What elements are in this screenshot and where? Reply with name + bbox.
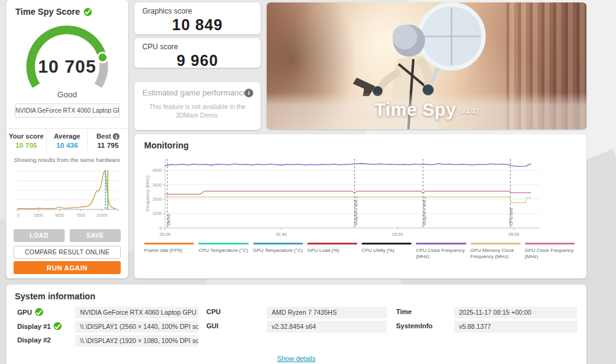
best-info-icon[interactable] — [113, 133, 120, 140]
save-button[interactable]: SAVE — [70, 229, 121, 242]
time-label: Time — [396, 308, 411, 315]
legend-label: CPU Clock Frequency (MHz) — [416, 248, 466, 261]
legend-item: GPU Clock Frequency (MHz) — [525, 243, 575, 261]
run-again-button[interactable]: RUN AGAIN — [14, 261, 121, 274]
cpu-value: AMD Ryzen 7 7435HS — [267, 307, 387, 318]
legend-item: CPU Temperature (°C) — [198, 243, 248, 261]
gpu-name-box: NVIDIA GeForce RTX 4060 Laptop GPU — [15, 103, 120, 118]
time-spy-hero-banner: Time Spy(v1.2) — [267, 2, 586, 129]
your-score-value: 10 705 — [6, 142, 46, 149]
svg-text:2000: 2000 — [152, 197, 162, 201]
gui-row-label: GUI — [206, 322, 219, 330]
svg-text:10000: 10000 — [96, 213, 107, 217]
best-score-label-text: Best — [96, 132, 111, 140]
time-value: 2025-11-17 08:15 +00:00 — [454, 307, 577, 318]
3dmark-result-page: Time Spy Score 10 705 Good NVIDIA GeForc… — [0, 0, 616, 364]
hero-title-text: Time Spy — [375, 100, 456, 119]
cpu-score-value: 9 960 — [134, 52, 261, 70]
monitoring-title: Monitoring — [134, 134, 586, 150]
your-score-label: Your score — [6, 132, 46, 140]
score-rating: Good — [6, 90, 128, 99]
hero-version: (v1.2) — [459, 107, 479, 115]
svg-text:Graphics test 2: Graphics test 2 — [422, 196, 427, 225]
legend-label: CPU Utility (%) — [362, 248, 411, 254]
legend-swatch-gpu-load — [307, 243, 357, 245]
display1-check-icon — [54, 322, 62, 330]
graphics-score-label: Graphics score — [134, 2, 261, 15]
legend-label: CPU Temperature (°C) — [198, 248, 248, 254]
svg-text:0: 0 — [160, 226, 162, 230]
display2-value: \\.\DISPLAY2 (1920 × 1080, 100% DPI scal… — [75, 335, 198, 347]
best-score-label: Best — [88, 132, 128, 140]
average-score-value: 10 436 — [47, 142, 87, 149]
legend-swatch-gpu-temp — [253, 243, 303, 245]
monitoring-legend: Frame rate (FPS) CPU Temperature (°C) GP… — [144, 243, 579, 261]
score-card-title: Time Spy Score — [6, 0, 128, 17]
system-information-panel: System information GPU NVIDIA GeForce RT… — [6, 285, 586, 364]
legend-label: Frame rate (FPS) — [144, 248, 194, 254]
svg-text:4000: 4000 — [152, 168, 162, 172]
legend-label: GPU Temperature (°C) — [253, 248, 303, 254]
display1-row-label: Display #1 — [17, 322, 62, 330]
score-comparison: Your score 10 705 Average 10 436 Best 11… — [6, 128, 128, 153]
estimated-body: This feature is not available in the 3DM… — [134, 102, 261, 119]
legend-item: Frame rate (FPS) — [144, 243, 194, 261]
best-score-col: Best 11 795 — [87, 129, 128, 153]
svg-text:1000: 1000 — [152, 211, 162, 216]
display1-label: Display #1 — [17, 323, 51, 330]
display2-label: Display #2 — [17, 336, 51, 344]
gpu-value: NVIDIA GeForce RTX 4060 Laptop GPU — [75, 307, 198, 318]
svg-text:0: 0 — [17, 213, 20, 217]
svg-text:03:20: 03:20 — [392, 232, 403, 237]
svg-text:Graphics test 1: Graphics test 1 — [354, 196, 359, 225]
load-button[interactable]: LOAD — [14, 229, 65, 242]
load-save-row: LOAD SAVE — [14, 229, 121, 242]
legend-label: GPU Clock Frequency (MHz) — [525, 248, 575, 261]
systeminfo-row-label: SystemInfo — [396, 322, 432, 330]
score-histogram-chart: 025005000750010000 — [14, 165, 121, 220]
legend-item: CPU Clock Frequency (MHz) — [416, 243, 466, 261]
estimated-title: Estimated game performance — [134, 82, 261, 97]
score-gauge: 10 705 — [14, 18, 121, 87]
legend-swatch-cpu-temp — [198, 243, 248, 245]
gpu-label: GPU — [17, 309, 32, 316]
estimated-body-line2: 3DMark Demo. — [134, 111, 261, 119]
score-card-title-text: Time Spy Score — [15, 7, 80, 17]
cpu-score-card: CPU score 9 960 — [134, 38, 261, 68]
legend-item: GPU Memory Clock Frequency (MHz) — [471, 243, 521, 261]
cpu-label: CPU — [206, 308, 221, 315]
legend-swatch-frame-rate — [144, 243, 194, 245]
svg-text:00:00: 00:00 — [160, 232, 171, 237]
svg-text:Demo: Demo — [166, 214, 171, 225]
best-score-value: 11 795 — [88, 142, 128, 149]
histogram-caption: Showing results from the same hardware — [6, 156, 128, 163]
display1-value: \\.\DISPLAY1 (2560 × 1440, 100% DPI scal… — [75, 321, 198, 333]
average-score-label: Average — [47, 132, 87, 140]
overall-score: 10 705 — [14, 57, 121, 77]
gui-value: v2.32.8454 s64 — [267, 321, 387, 333]
score-gauge-arc — [14, 18, 121, 87]
graphics-score-card: Graphics score 10 849 — [134, 2, 261, 34]
legend-swatch-gpu-memory-clock — [471, 243, 521, 245]
show-details-link[interactable]: Show details — [277, 355, 315, 362]
svg-text:CPU test: CPU test — [509, 208, 513, 225]
svg-text:Frequency (MHz): Frequency (MHz) — [145, 176, 150, 211]
estimated-body-line1: This feature is not available in the — [134, 102, 261, 111]
estimated-info-icon[interactable] — [245, 89, 253, 97]
compare-result-online-button[interactable]: COMPARE RESULT ONLINE — [14, 246, 121, 259]
your-score-col: Your score 10 705 — [6, 129, 46, 153]
legend-swatch-cpu-utility — [362, 243, 411, 245]
average-score-col: Average 10 436 — [46, 129, 87, 153]
svg-text:5000: 5000 — [55, 213, 64, 217]
legend-item: GPU Temperature (°C) — [253, 243, 303, 261]
svg-text:05:00: 05:00 — [508, 232, 519, 237]
gui-label: GUI — [206, 322, 219, 330]
monitoring-chart: 0100020003000400000:0001:4003:2005:00Dem… — [144, 154, 577, 239]
graphics-score-value: 10 849 — [134, 16, 261, 34]
legend-item: CPU Utility (%) — [362, 243, 411, 261]
time-spy-score-card: Time Spy Score 10 705 Good NVIDIA GeForc… — [6, 0, 128, 278]
estimated-game-performance-card: Estimated game performance This feature … — [134, 82, 261, 130]
legend-swatch-cpu-clock — [416, 243, 466, 245]
systeminfo-value: v5.88.1377 — [454, 321, 577, 333]
systeminfo-label: SystemInfo — [396, 322, 432, 330]
